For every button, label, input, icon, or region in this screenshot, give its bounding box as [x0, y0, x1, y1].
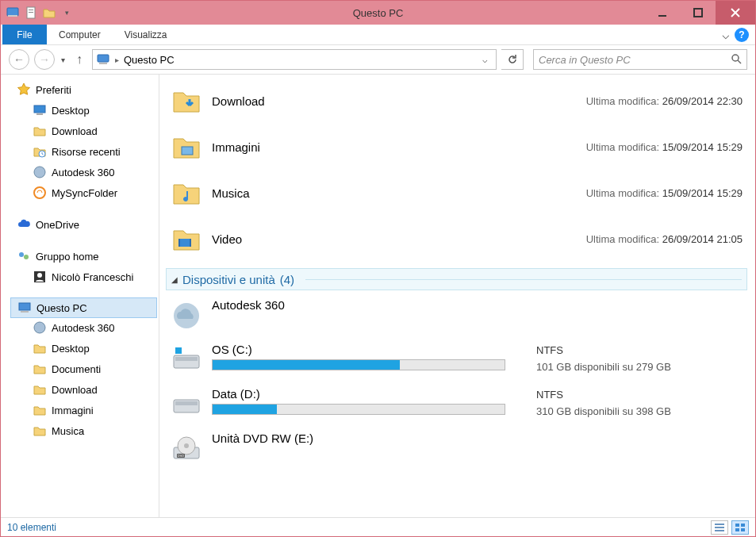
maximize-button[interactable] — [680, 1, 716, 25]
qat-newfolder-icon[interactable] — [42, 6, 56, 20]
svg-rect-40 — [715, 530, 724, 531]
drive-info: NTFS 310 GB disponibili su 398 GB — [536, 387, 743, 417]
folder-icon — [33, 403, 47, 417]
tab-file[interactable]: File — [2, 25, 47, 44]
svg-point-22 — [34, 322, 45, 333]
list-item[interactable]: DVD Unità DVD RW (E:) — [166, 427, 747, 471]
back-button[interactable]: ← — [9, 49, 29, 70]
tree-label: Autodesk 360 — [52, 322, 115, 334]
close-button[interactable] — [716, 1, 755, 25]
explorer-window: ▾ Questo PC File Computer Visualizza ⌵ ?… — [0, 0, 756, 537]
list-item[interactable]: Autodesk 360 — [166, 293, 747, 338]
svg-rect-26 — [190, 239, 191, 247]
svg-point-9 — [732, 55, 739, 61]
tree-item-documenti[interactable]: Documenti — [1, 359, 159, 379]
group-count: (4) — [280, 273, 294, 286]
folder-icon — [33, 424, 47, 438]
item-name: Data (D:) — [212, 387, 527, 401]
qat-properties-icon[interactable] — [25, 6, 39, 20]
item-name: Unità DVD RW (E:) — [212, 432, 527, 445]
item-name: Musica — [212, 186, 250, 200]
item-meta: Ultima modifica: 15/09/2014 15:29 — [586, 141, 743, 153]
view-tiles-button[interactable] — [731, 520, 749, 535]
history-dropdown-icon[interactable]: ▾ — [59, 56, 67, 64]
folder-icon — [33, 124, 47, 138]
tree-label: Desktop — [52, 105, 90, 117]
item-name: OS (C:) — [212, 343, 527, 356]
tree-group-homegroup: Gruppo home Nicolò Franceschi — [1, 246, 159, 287]
ribbon-collapse-icon[interactable]: ⌵ — [722, 27, 730, 42]
svg-rect-5 — [658, 15, 666, 17]
tree-label: Download — [52, 384, 98, 396]
drive-data-icon — [171, 389, 202, 420]
svg-rect-8 — [99, 63, 107, 64]
ribbon-right: ⌵ ? — [722, 25, 755, 44]
tree-item-immagini[interactable]: Immagini — [1, 400, 159, 420]
tree-onedrive[interactable]: OneDrive — [1, 214, 159, 235]
svg-point-15 — [34, 187, 45, 198]
tree-label: MySyncFolder — [52, 187, 117, 199]
drive-free: 101 GB disponibili su 279 GB — [536, 361, 743, 373]
tree-questo-pc[interactable]: Questo PC — [10, 297, 157, 318]
svg-rect-44 — [741, 528, 745, 531]
list-item[interactable]: Musica Ultima modifica: 15/09/2014 15:29 — [166, 170, 747, 216]
navigation-pane[interactable]: Preferiti Desktop Download Risorse recen… — [1, 75, 159, 517]
person-icon — [33, 270, 47, 284]
drive-info: NTFS 101 GB disponibili su 279 GB — [536, 343, 743, 373]
breadcrumb-thispc[interactable]: Questo PC — [124, 54, 175, 66]
tree-gruppo-home[interactable]: Gruppo home — [1, 246, 159, 267]
content-pane[interactable]: Download Ultima modifica: 26/09/2014 22:… — [159, 75, 755, 517]
tree-item-risorse-recenti[interactable]: Risorse recenti — [1, 141, 159, 162]
folder-images-icon — [171, 131, 202, 163]
svg-rect-38 — [715, 524, 724, 525]
svg-rect-11 — [34, 105, 45, 113]
list-item[interactable]: Download Ultima modifica: 26/09/2014 22:… — [166, 78, 747, 124]
tab-visualizza[interactable]: Visualizza — [113, 25, 179, 44]
address-dropdown-icon[interactable]: ⌵ — [478, 55, 493, 65]
folder-icon — [33, 382, 47, 397]
item-meta: Ultima modifica: 26/09/2014 22:30 — [586, 95, 743, 107]
svg-point-17 — [24, 255, 29, 259]
list-item[interactable]: Video Ultima modifica: 26/09/2014 21:05 — [166, 216, 747, 262]
refresh-button[interactable] — [501, 49, 524, 70]
tree-item-download-pc[interactable]: Download — [1, 379, 159, 400]
tree-label: Desktop — [52, 343, 90, 355]
tree-item-desktop[interactable]: Desktop — [1, 100, 159, 121]
item-meta: Ultima modifica: 15/09/2014 15:29 — [586, 187, 743, 199]
forward-button[interactable]: → — [34, 49, 55, 70]
tree-item-autodesk360-pc[interactable]: Autodesk 360 — [1, 317, 159, 338]
tree-favorites[interactable]: Preferiti — [1, 79, 159, 100]
list-item[interactable]: OS (C:) NTFS 101 GB disponibili su 279 G… — [166, 338, 747, 382]
search-placeholder: Cerca in Questo PC — [539, 54, 631, 66]
tree-item-user[interactable]: Nicolò Franceschi — [1, 267, 159, 287]
address-bar[interactable]: ▸ Questo PC ⌵ — [92, 49, 497, 70]
item-name: Video — [212, 232, 242, 246]
tree-item-desktop-pc[interactable]: Desktop — [1, 338, 159, 359]
list-item[interactable]: Data (D:) NTFS 310 GB disponibili su 398… — [166, 382, 747, 427]
view-details-button[interactable] — [711, 520, 728, 535]
folder-music-icon — [171, 177, 202, 209]
folder-icon — [33, 362, 47, 376]
drive-fs: NTFS — [536, 389, 743, 401]
help-icon[interactable]: ? — [735, 28, 749, 42]
list-item[interactable]: Immagini Ultima modifica: 15/09/2014 15:… — [166, 124, 747, 170]
qat-dropdown-icon[interactable]: ▾ — [59, 6, 74, 20]
tree-label: OneDrive — [36, 219, 79, 231]
sync-icon — [33, 186, 47, 200]
group-header-devices[interactable]: ◢ Dispositivi e unità (4) — [166, 268, 747, 290]
search-input[interactable]: Cerca in Questo PC — [533, 49, 747, 70]
tree-item-download[interactable]: Download — [1, 121, 159, 141]
up-button[interactable]: ↑ — [71, 52, 87, 67]
svg-rect-42 — [741, 524, 745, 527]
svg-point-19 — [37, 273, 42, 278]
ribbon: File Computer Visualizza ⌵ ? — [1, 25, 755, 45]
tree-item-mysyncfolder[interactable]: MySyncFolder — [1, 182, 159, 203]
minimize-button[interactable] — [644, 1, 680, 25]
system-menu-icon[interactable] — [6, 6, 20, 20]
tab-computer[interactable]: Computer — [47, 25, 113, 44]
tree-item-musica[interactable]: Musica — [1, 420, 159, 441]
svg-rect-7 — [98, 55, 109, 62]
tree-item-autodesk360[interactable]: Autodesk 360 — [1, 162, 159, 182]
svg-rect-39 — [715, 527, 724, 528]
svg-rect-32 — [175, 401, 198, 405]
